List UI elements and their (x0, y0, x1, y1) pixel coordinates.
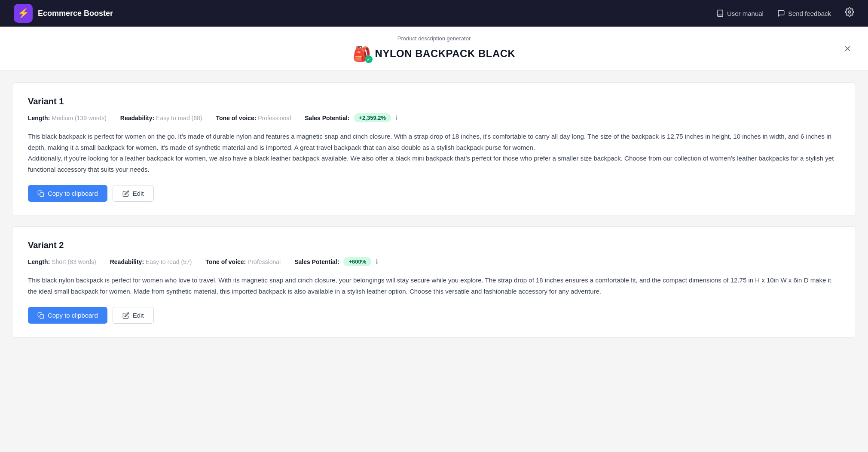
variant-2-sales-badge: +600% (343, 257, 371, 266)
svg-rect-1 (40, 193, 44, 197)
page-subtitle: Product description generator (397, 35, 471, 42)
copy-icon (37, 190, 44, 197)
variant-2-edit-button[interactable]: Edit (113, 307, 154, 324)
product-icon-wrapper: 🎒 ✓ (353, 45, 371, 62)
edit-icon-2 (122, 312, 129, 319)
variant-2-sales: Sales Potential: +600% ℹ (294, 257, 378, 266)
variant-1-copy-button[interactable]: Copy to clipboard (28, 185, 107, 202)
variant-1-meta: Length: Medium (139 words) Readability: … (28, 113, 840, 122)
svg-point-0 (848, 11, 851, 13)
variant-1-readability: Readability: Easy to read (68) (120, 115, 202, 121)
page-header: Product description generator 🎒 ✓ NYLON … (0, 27, 868, 70)
variant-2-copy-button[interactable]: Copy to clipboard (28, 307, 107, 324)
user-manual-link[interactable]: User manual (716, 9, 764, 17)
check-badge-icon: ✓ (365, 55, 373, 63)
edit-icon (122, 190, 129, 197)
book-icon (716, 9, 724, 17)
topbar-right: User manual Send feedback (716, 7, 854, 19)
variant-1-description: This black backpack is perfect for women… (28, 131, 840, 175)
variant-2-readability: Readability: Easy to read (57) (110, 258, 192, 265)
product-title-row: 🎒 ✓ NYLON BACKPACK BLACK (353, 45, 516, 62)
feedback-icon (777, 9, 785, 17)
variant-2-length: Length: Short (83 words) (28, 258, 96, 265)
variant-1-info-icon[interactable]: ℹ (395, 114, 398, 122)
main-content: Variant 1 Length: Medium (139 words) Rea… (0, 70, 868, 355)
variant-1-tone: Tone of voice: Professional (216, 115, 291, 121)
close-button[interactable]: × (844, 43, 851, 54)
variant-1-sales-badge: +2,359.2% (354, 113, 391, 122)
settings-button[interactable] (845, 7, 854, 19)
app-title: Ecommerce Booster (38, 9, 113, 18)
variant-card-1: Variant 1 Length: Medium (139 words) Rea… (12, 82, 856, 216)
variant-card-2: Variant 2 Length: Short (83 words) Reada… (12, 226, 856, 338)
variant-1-length: Length: Medium (139 words) (28, 115, 107, 121)
variant-2-actions: Copy to clipboard Edit (28, 307, 840, 324)
topbar: ⚡ Ecommerce Booster User manual Send fee… (0, 0, 868, 27)
variant-1-sales: Sales Potential: +2,359.2% ℹ (305, 113, 398, 122)
gear-icon (845, 7, 854, 17)
variant-1-actions: Copy to clipboard Edit (28, 185, 840, 202)
copy-icon-2 (37, 312, 44, 319)
send-feedback-link[interactable]: Send feedback (777, 9, 831, 17)
variant-2-description: This black nylon backpack is perfect for… (28, 275, 840, 297)
variant-2-meta: Length: Short (83 words) Readability: Ea… (28, 257, 840, 266)
svg-rect-2 (40, 315, 44, 319)
variant-2-info-icon[interactable]: ℹ (376, 258, 378, 266)
variant-1-edit-button[interactable]: Edit (113, 185, 154, 202)
variant-2-tone: Tone of voice: Professional (205, 258, 281, 265)
variant-2-title: Variant 2 (28, 240, 840, 250)
variant-1-title: Variant 1 (28, 97, 840, 106)
app-logo-icon: ⚡ (14, 4, 33, 23)
product-name: NYLON BACKPACK BLACK (375, 48, 516, 60)
topbar-left: ⚡ Ecommerce Booster (14, 4, 113, 23)
